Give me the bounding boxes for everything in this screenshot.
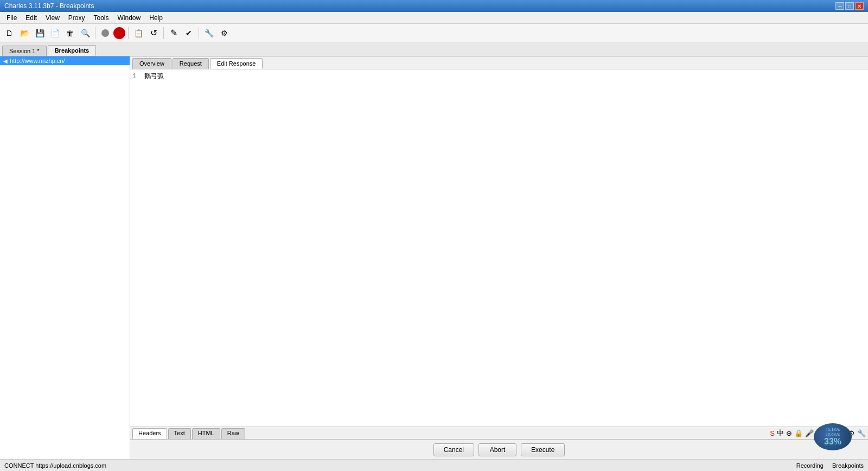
menu-help[interactable]: Help (145, 13, 167, 23)
menu-tools[interactable]: Tools (90, 13, 113, 23)
execute-button[interactable]: Execute (521, 443, 565, 456)
inner-tab-bar: Overview Request Edit Response (130, 56, 868, 69)
close-button[interactable]: ✕ (855, 2, 864, 10)
tray-icon-4[interactable]: 🔒 (794, 429, 803, 437)
minimize-button[interactable]: ─ (835, 2, 844, 10)
tab-headers[interactable]: Headers (132, 428, 167, 439)
window-title: Charles 3.11.3b7 - Breakpoints (4, 2, 94, 10)
title-bar: Charles 3.11.3b7 - Breakpoints ─ □ ✕ (0, 0, 868, 12)
menu-view[interactable]: View (41, 13, 64, 23)
recording-status: Recording (796, 462, 824, 469)
request-list: ◀ http://www.nnzhp.cn/ (0, 56, 130, 459)
action-bar: Cancel Abort Execute (130, 440, 868, 459)
menu-file[interactable]: File (2, 13, 21, 23)
left-panel: ◀ http://www.nnzhp.cn/ (0, 56, 130, 459)
separator-4 (199, 27, 199, 39)
refresh-button[interactable]: ↺ (146, 26, 161, 40)
list-item-url: http://www.nnzhp.cn/ (10, 58, 65, 64)
content-area[interactable]: 1 鹅弓弧 (130, 69, 868, 427)
tray-icon-2[interactable]: 中 (777, 428, 784, 438)
line-text-1: 鹅弓弧 (144, 73, 164, 80)
tab-text[interactable]: Text (168, 428, 191, 439)
menu-window[interactable]: Window (113, 13, 145, 23)
tab-edit-response[interactable]: Edit Response (210, 58, 263, 69)
tab-raw[interactable]: Raw (221, 428, 245, 439)
upload-speed: ↑1.1K/s (826, 427, 840, 432)
maximize-button[interactable]: □ (845, 2, 854, 10)
toolbar: 🗋 📂 💾 📄 🗑 🔍 📋 ↺ ✎ ✔ 🔧 ⚙ (0, 24, 868, 42)
check-button[interactable]: ✔ (182, 26, 196, 40)
arrow-icon: ◀ (3, 58, 8, 64)
menu-bar: File Edit View Proxy Tools Window Help (0, 12, 868, 24)
cancel-button[interactable]: Cancel (433, 443, 474, 456)
settings-button[interactable]: ⚙ (217, 26, 231, 40)
line-number-1: 1 (132, 73, 136, 80)
separator-2 (128, 27, 129, 39)
list-item[interactable]: ◀ http://www.nnzhp.cn/ (0, 56, 130, 65)
tools-button[interactable]: 🔧 (202, 26, 216, 40)
record-stop-button[interactable] (113, 27, 125, 39)
main-tab-bar: Session 1 * Breakpoints (0, 42, 868, 56)
breakpoints-status: Breakpoints (832, 462, 864, 469)
tray-icon-10[interactable]: 🔧 (857, 429, 866, 437)
abort-button[interactable]: Abort (478, 443, 516, 456)
speed-percent: 33% (824, 437, 841, 447)
status-left-text: CONNECT https://upload.cnblogs.com (4, 462, 106, 469)
tray-icon-1[interactable]: S (770, 429, 775, 437)
record-start-button[interactable] (98, 26, 112, 40)
bottom-tab-bar: Headers Text HTML Raw S 中 ⊕ 🔒 🎤 📱 ⬛ ⬛ ⚙ … (130, 427, 868, 440)
save-button[interactable]: 💾 (33, 26, 47, 40)
separator-3 (163, 27, 164, 39)
menu-edit[interactable]: Edit (21, 13, 41, 23)
open-button[interactable]: 📂 (17, 26, 31, 40)
clear-button[interactable]: 📋 (131, 26, 145, 40)
new-session-button[interactable]: 🗋 (2, 26, 16, 40)
speed-circle: ↑1.1K/s ↓0.6K/s 33% (814, 423, 852, 450)
tab-session1[interactable]: Session 1 * (2, 46, 47, 56)
content-line-1: 1 鹅弓弧 (132, 72, 866, 81)
window-controls: ─ □ ✕ (835, 2, 864, 10)
pencil-button[interactable]: ✎ (167, 26, 181, 40)
export-button[interactable]: 📄 (48, 26, 62, 40)
status-right: Recording Breakpoints (796, 462, 864, 469)
download-speed: ↓0.6K/s (826, 432, 840, 437)
right-panel: Overview Request Edit Response 1 鹅弓弧 Hea… (130, 56, 868, 459)
status-bar: CONNECT https://upload.cnblogs.com Recor… (0, 459, 868, 471)
main-area: ◀ http://www.nnzhp.cn/ Overview Request … (0, 56, 868, 459)
separator-1 (95, 27, 95, 39)
speed-widget: ↑1.1K/s ↓0.6K/s 33% (814, 423, 857, 456)
tab-breakpoints[interactable]: Breakpoints (48, 45, 97, 56)
tab-request[interactable]: Request (173, 58, 209, 69)
find-button[interactable]: 🔍 (78, 26, 92, 40)
menu-proxy[interactable]: Proxy (64, 13, 90, 23)
tray-icon-3[interactable]: ⊕ (786, 429, 792, 437)
tray-icon-5[interactable]: 🎤 (805, 429, 814, 437)
tab-html[interactable]: HTML (192, 428, 220, 439)
trash-button[interactable]: 🗑 (63, 26, 77, 40)
tab-overview[interactable]: Overview (132, 58, 171, 69)
